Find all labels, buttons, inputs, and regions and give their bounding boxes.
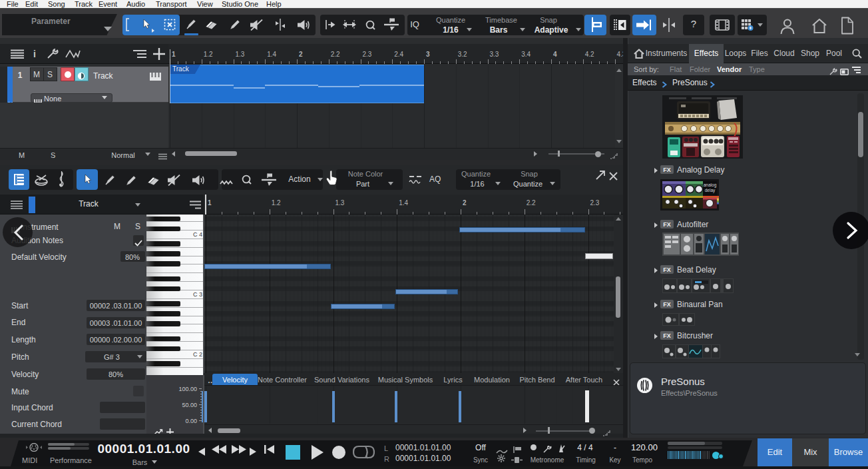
svg-text:analog: analog — [704, 183, 717, 188]
svg-text:delay: delay — [705, 188, 716, 193]
